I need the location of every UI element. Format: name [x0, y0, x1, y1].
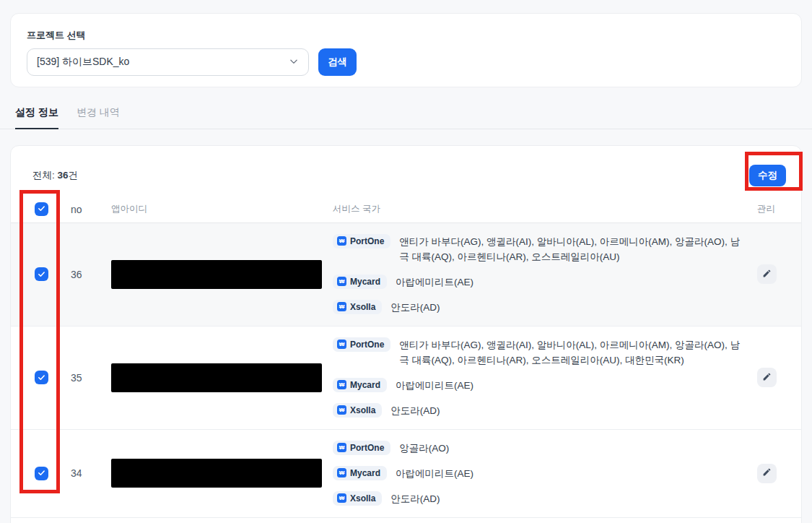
- provider-badge-mycard: ₩Mycard: [333, 275, 387, 289]
- table-header-row: no 앱아이디 서비스 국가 관리: [11, 196, 801, 223]
- provider-line: ₩Xsolla 안도라(AD): [333, 403, 743, 418]
- total-prefix: 전체:: [32, 170, 58, 181]
- provider-name: PortOne: [350, 443, 384, 453]
- provider-line: ₩PortOne 앤티가 바부다(AG), 앵귈라(AI), 알바니아(AL),…: [333, 234, 743, 264]
- select-all-checkbox[interactable]: [35, 202, 48, 216]
- chevron-down-icon: [289, 56, 299, 69]
- payment-icon: ₩: [337, 443, 346, 452]
- provider-countries: 아랍에미리트(AE): [396, 466, 473, 481]
- provider-countries: 안도라(AD): [390, 491, 440, 506]
- provider-name: Mycard: [350, 277, 380, 287]
- header-app-id: 앱아이디: [109, 203, 331, 215]
- row-checkbox[interactable]: [35, 371, 48, 384]
- provider-line: ₩PortOne 앙골라(AO): [333, 441, 743, 456]
- provider-line: ₩Xsolla 안도라(AD): [333, 491, 743, 506]
- row-checkbox[interactable]: [35, 267, 48, 281]
- provider-name: PortOne: [350, 340, 384, 350]
- check-icon: [38, 268, 45, 281]
- payment-icon: ₩: [337, 493, 346, 503]
- settings-table-panel: 전체: 36건 수정 no 앱아이디 서비스 국가 관리 36: [10, 145, 802, 523]
- row-edit-button[interactable]: [757, 464, 777, 483]
- search-button[interactable]: 검색: [318, 48, 357, 76]
- row-edit-button[interactable]: [757, 368, 777, 387]
- pencil-icon: [762, 372, 772, 384]
- total-count: 36: [58, 170, 69, 181]
- header-manage: 관리: [743, 203, 790, 215]
- provider-countries: 아랍에미리트(AE): [396, 275, 473, 290]
- provider-line: ₩Mycard 아랍에미리트(AE): [333, 466, 743, 481]
- project-select-value: [539] 하이브SDK_ko: [37, 56, 129, 69]
- provider-badge-xsolla: ₩Xsolla: [333, 403, 382, 418]
- provider-line: ₩Xsolla 안도라(AD): [333, 300, 743, 315]
- provider-badge-mycard: ₩Mycard: [333, 378, 387, 392]
- provider-name: Xsolla: [350, 302, 375, 312]
- edit-button[interactable]: 수정: [749, 165, 786, 186]
- payment-icon: ₩: [337, 380, 346, 389]
- provider-badge-portone: ₩PortOne: [333, 234, 390, 248]
- total-count-text: 전체: 36건: [22, 169, 78, 182]
- provider-badge-mycard: ₩Mycard: [333, 466, 387, 480]
- header-no: no: [66, 204, 109, 215]
- provider-name: Mycard: [350, 468, 380, 478]
- row-no: 36: [66, 269, 109, 280]
- provider-badge-xsolla: ₩Xsolla: [333, 491, 382, 506]
- provider-countries: 아랍에미리트(AE): [396, 378, 473, 393]
- app-id-redacted: [111, 260, 322, 289]
- app-id-redacted: [111, 459, 322, 488]
- table-row: 34 ₩PortOne 앙골라(AO) ₩Mycard 아랍에미리트(AE) ₩…: [11, 430, 801, 518]
- payment-icon: ₩: [337, 277, 346, 286]
- pencil-icon: [762, 467, 772, 479]
- tab-bar: 설정 정보 변경 내역: [0, 106, 812, 129]
- provider-countries: 앤티가 바부다(AG), 앵귈라(AI), 알바니아(AL), 아르메니아(AM…: [399, 234, 743, 264]
- provider-badge-portone: ₩PortOne: [333, 337, 390, 352]
- provider-name: Mycard: [350, 380, 380, 390]
- table-toolbar: 전체: 36건 수정: [11, 146, 801, 196]
- total-suffix: 건: [69, 170, 79, 181]
- provider-badge-portone: ₩PortOne: [333, 441, 390, 455]
- provider-line: ₩PortOne 앤티가 바부다(AG), 앵귈라(AI), 알바니아(AL),…: [333, 337, 743, 368]
- project-select-label: 프로젝트 선택: [27, 29, 785, 42]
- provider-countries: 앙골라(AO): [399, 441, 449, 456]
- check-icon: [38, 467, 45, 480]
- row-edit-button[interactable]: [757, 264, 777, 284]
- tab-settings-info[interactable]: 설정 정보: [15, 106, 58, 129]
- provider-badge-xsolla: ₩Xsolla: [333, 300, 382, 314]
- row-no: 34: [66, 467, 109, 479]
- provider-line: ₩Mycard 아랍에미리트(AE): [333, 275, 743, 290]
- page-root: 프로젝트 선택 [539] 하이브SDK_ko 검색 설정 정보 변경 내역 전…: [0, 0, 812, 523]
- check-icon: [38, 371, 45, 384]
- provider-name: Xsolla: [350, 493, 375, 503]
- pencil-icon: [762, 269, 772, 280]
- table-row: 35 ₩PortOne 앤티가 바부다(AG), 앵귈라(AI), 알바니아(A…: [11, 327, 801, 430]
- header-service-country: 서비스 국가: [331, 203, 743, 215]
- payment-icon: ₩: [337, 405, 346, 415]
- table-row: 36 ₩PortOne 앤티가 바부다(AG), 앵귈라(AI), 알바니아(A…: [11, 223, 801, 327]
- provider-line: ₩Mycard 아랍에미리트(AE): [333, 378, 743, 393]
- project-select-panel: 프로젝트 선택 [539] 하이브SDK_ko 검색: [10, 13, 802, 87]
- row-no: 35: [66, 372, 109, 384]
- payment-icon: ₩: [337, 340, 346, 349]
- provider-name: Xsolla: [350, 405, 375, 415]
- check-icon: [38, 204, 45, 215]
- payment-icon: ₩: [337, 302, 346, 311]
- provider-countries: 안도라(AD): [390, 300, 440, 315]
- tab-change-history[interactable]: 변경 내역: [77, 106, 120, 129]
- row-checkbox[interactable]: [35, 467, 48, 480]
- provider-name: PortOne: [350, 236, 384, 246]
- app-id-redacted: [111, 363, 322, 392]
- provider-countries: 안도라(AD): [390, 403, 440, 418]
- payment-icon: ₩: [337, 468, 346, 477]
- project-select-dropdown[interactable]: [539] 하이브SDK_ko: [27, 48, 309, 76]
- payment-icon: ₩: [337, 236, 346, 246]
- provider-countries: 앤티가 바부다(AG), 앵귈라(AI), 알바니아(AL), 아르메니아(AM…: [399, 337, 743, 368]
- table-row: ₩PortOne 독일(DE), 프랑스(FR), 대한민국(KR), 슬로바키…: [11, 518, 801, 523]
